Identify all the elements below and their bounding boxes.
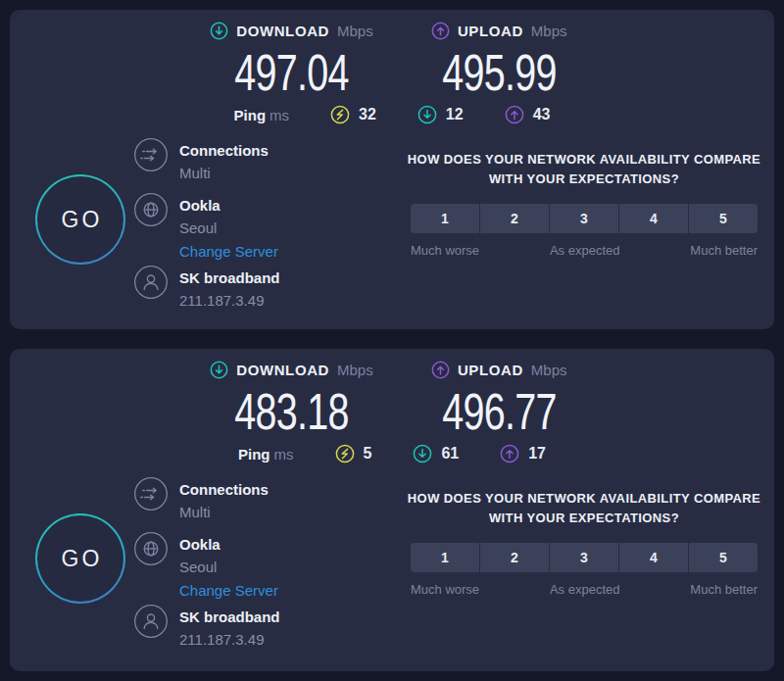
upload-icon bbox=[431, 361, 450, 379]
ping-upload-value: 43 bbox=[533, 106, 551, 123]
results-row: DOWNLOAD Mbps 483.18 UPLOAD Mbps 496.77 bbox=[10, 361, 774, 438]
rating-button-4[interactable]: 4 bbox=[619, 204, 688, 233]
ping-upload-group: 43 bbox=[505, 105, 551, 124]
server-provider: Ookla bbox=[179, 534, 278, 556]
ping-download-value: 12 bbox=[446, 106, 464, 123]
ping-label: Pingms bbox=[234, 107, 290, 123]
upload-header: UPLOAD Mbps bbox=[431, 361, 567, 379]
connections-value: Multi bbox=[179, 162, 269, 185]
survey-question: HOW DOES YOUR NETWORK AVAILABILITY COMPA… bbox=[404, 489, 764, 528]
ping-unit: ms bbox=[270, 107, 289, 123]
ping-download-icon bbox=[413, 444, 432, 463]
change-server-link[interactable]: Change Server bbox=[179, 240, 278, 264]
ping-upload-group: 17 bbox=[500, 444, 546, 463]
isp-name: SK broadband bbox=[179, 268, 280, 289]
scale-labels: Much worse As expected Much better bbox=[411, 582, 758, 597]
download-header: DOWNLOAD Mbps bbox=[210, 22, 372, 40]
server-row: Ookla Seoul Change Server bbox=[133, 192, 278, 264]
upload-label: UPLOAD bbox=[458, 362, 523, 378]
globe-icon bbox=[133, 531, 169, 566]
connections-row: Connections Multi bbox=[133, 137, 269, 185]
user-icon bbox=[133, 604, 169, 639]
download-unit: Mbps bbox=[337, 23, 373, 39]
isp-ip: 211.187.3.49 bbox=[179, 289, 280, 313]
upload-unit: Mbps bbox=[531, 362, 567, 378]
ping-idle-group: 5 bbox=[335, 444, 372, 463]
download-value: 483.18 bbox=[210, 385, 372, 438]
rating-button-1[interactable]: 1 bbox=[411, 204, 479, 233]
rating-button-2[interactable]: 2 bbox=[480, 204, 549, 233]
download-result: DOWNLOAD Mbps 497.04 bbox=[210, 22, 372, 99]
upload-value: 496.77 bbox=[424, 385, 574, 438]
server-location: Seoul bbox=[179, 556, 278, 579]
speedtest-result-panel-1: DOWNLOAD Mbps 497.04 UPLOAD Mbps 495.99 … bbox=[10, 10, 774, 329]
rating-button-3[interactable]: 3 bbox=[550, 204, 618, 233]
speedtest-result-panel-2: DOWNLOAD Mbps 483.18 UPLOAD Mbps 496.77 … bbox=[10, 349, 774, 671]
server-location: Seoul bbox=[179, 217, 278, 240]
ping-idle-icon bbox=[335, 444, 355, 463]
download-value: 497.04 bbox=[210, 46, 372, 99]
globe-icon bbox=[133, 192, 169, 227]
ping-idle-icon bbox=[330, 105, 350, 124]
scale-label-worse: Much worse bbox=[411, 582, 479, 597]
scale-label-better: Much better bbox=[690, 582, 758, 597]
download-result: DOWNLOAD Mbps 483.18 bbox=[210, 361, 372, 438]
connections-icon bbox=[133, 476, 169, 511]
connections-icon bbox=[133, 137, 169, 172]
change-server-link[interactable]: Change Server bbox=[179, 579, 278, 603]
connections-label: Connections bbox=[179, 479, 269, 501]
scale-label-expected: As expected bbox=[550, 582, 620, 597]
rating-button-5[interactable]: 5 bbox=[689, 204, 758, 233]
survey: HOW DOES YOUR NETWORK AVAILABILITY COMPA… bbox=[404, 489, 764, 597]
isp-name: SK broadband bbox=[179, 607, 280, 628]
ping-unit: ms bbox=[274, 446, 294, 462]
rating-button-4[interactable]: 4 bbox=[619, 543, 688, 572]
server-row: Ookla Seoul Change Server bbox=[133, 531, 278, 603]
download-label: DOWNLOAD bbox=[236, 23, 329, 39]
ping-upload-icon bbox=[500, 444, 519, 463]
ping-upload-value: 17 bbox=[528, 445, 546, 462]
rating-scale: 1 2 3 4 5 bbox=[411, 204, 758, 233]
isp-row: SK broadband 211.187.3.49 bbox=[133, 604, 280, 652]
ping-download-value: 61 bbox=[441, 445, 459, 462]
download-header: DOWNLOAD Mbps bbox=[210, 361, 372, 379]
ping-idle-value: 32 bbox=[359, 106, 376, 123]
survey: HOW DOES YOUR NETWORK AVAILABILITY COMPA… bbox=[404, 150, 764, 258]
upload-unit: Mbps bbox=[531, 23, 567, 39]
scale-labels: Much worse As expected Much better bbox=[411, 243, 758, 258]
download-icon bbox=[210, 22, 228, 40]
rating-button-5[interactable]: 5 bbox=[689, 543, 758, 572]
server-provider: Ookla bbox=[179, 195, 278, 217]
scale-label-expected: As expected bbox=[550, 243, 620, 258]
upload-result: UPLOAD Mbps 495.99 bbox=[424, 22, 574, 99]
ping-row: Pingms 32 12 bbox=[10, 105, 774, 124]
ping-row: Pingms 5 61 bbox=[10, 444, 774, 463]
scale-label-worse: Much worse bbox=[411, 243, 479, 258]
results-row: DOWNLOAD Mbps 497.04 UPLOAD Mbps 495.99 bbox=[10, 22, 774, 99]
rating-button-1[interactable]: 1 bbox=[411, 543, 479, 572]
ping-idle-group: 32 bbox=[330, 105, 376, 124]
upload-header: UPLOAD Mbps bbox=[431, 22, 567, 40]
rating-scale: 1 2 3 4 5 bbox=[411, 543, 758, 572]
connections-row: Connections Multi bbox=[133, 476, 269, 524]
ping-download-icon bbox=[417, 105, 437, 124]
ping-download-group: 61 bbox=[413, 444, 459, 463]
ping-download-group: 12 bbox=[417, 105, 464, 124]
isp-ip: 211.187.3.49 bbox=[179, 628, 280, 652]
download-unit: Mbps bbox=[337, 362, 373, 378]
upload-result: UPLOAD Mbps 496.77 bbox=[424, 361, 574, 438]
ping-idle-value: 5 bbox=[364, 445, 372, 462]
download-icon bbox=[210, 361, 228, 379]
rating-button-3[interactable]: 3 bbox=[550, 543, 618, 572]
download-label: DOWNLOAD bbox=[236, 362, 329, 378]
rating-button-2[interactable]: 2 bbox=[480, 543, 549, 572]
scale-label-better: Much better bbox=[690, 243, 758, 258]
survey-question: HOW DOES YOUR NETWORK AVAILABILITY COMPA… bbox=[404, 150, 764, 189]
upload-icon bbox=[431, 22, 450, 40]
connections-value: Multi bbox=[179, 501, 269, 524]
go-button[interactable]: GO bbox=[35, 513, 125, 604]
user-icon bbox=[133, 265, 169, 300]
go-button[interactable]: GO bbox=[35, 174, 125, 265]
connections-label: Connections bbox=[179, 140, 269, 162]
isp-row: SK broadband 211.187.3.49 bbox=[133, 265, 280, 313]
